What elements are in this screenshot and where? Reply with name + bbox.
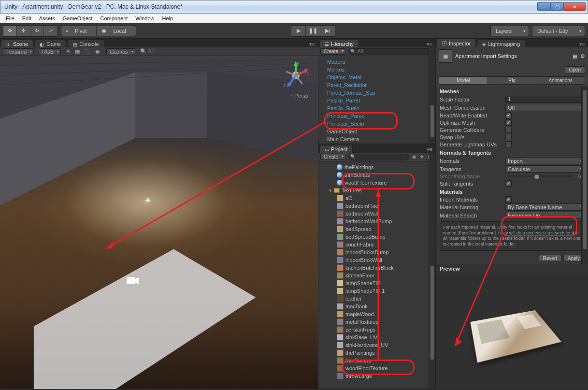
project-texture-item[interactable]: sinkHardware_UV — [318, 341, 435, 349]
tab-lightmapping[interactable]: ◈ Lightmapping — [477, 40, 525, 47]
menu-help[interactable]: Help — [158, 14, 177, 22]
hierarchy-item[interactable]: GameObject — [318, 128, 435, 135]
menu-component[interactable]: Component — [96, 14, 131, 22]
project-material-item[interactable]: trimBumps — [318, 171, 435, 179]
hierarchy-scrollbar[interactable] — [429, 47, 435, 144]
local-toggle[interactable]: ◉ Local — [96, 26, 135, 36]
hierarchy-item[interactable]: Principal_Pared — [318, 112, 435, 120]
tab-console[interactable]: ▤Console — [67, 40, 104, 47]
hierarchy-create-dropdown[interactable]: Create — [320, 48, 345, 55]
gizmos-dropdown[interactable]: Gizmos — [106, 48, 135, 55]
project-texture-item[interactable]: bathroomWall — [318, 210, 435, 217]
hierarchy-item[interactable]: Main Camera — [318, 135, 435, 143]
project-texture-item[interactable]: bedSpreadBump — [318, 233, 435, 241]
step-button[interactable]: ▶| — [320, 26, 335, 36]
pivot-toggle[interactable]: ▪ Pivot — [61, 26, 96, 36]
project-texture-item[interactable]: throwLarge — [318, 372, 435, 380]
scene-toggle-icons[interactable]: ☀ ▦ ⬛ ◉ — [66, 48, 101, 55]
menu-window[interactable]: Window — [131, 14, 158, 22]
model-tab[interactable]: Model — [439, 76, 488, 85]
project-texture-item[interactable]: woodFloorTexture — [318, 364, 435, 372]
tab-scene[interactable]: ⌗Scene — [1, 40, 33, 47]
project-search[interactable] — [348, 154, 409, 160]
window-maximize-button[interactable]: ▢ — [550, 2, 564, 11]
camera-gizmo-icon[interactable] — [127, 276, 139, 286]
hierarchy-item[interactable]: Marcos — [318, 66, 435, 73]
generate-colliders-checkbox[interactable] — [505, 127, 512, 133]
readwrite-checkbox[interactable]: ✔ — [505, 112, 512, 118]
project-texture-item[interactable]: indoorBrickWall — [318, 256, 435, 264]
project-material-item[interactable]: thePaintings — [318, 163, 435, 171]
material-search-dropdown[interactable]: Recursive-Up — [505, 212, 584, 219]
project-texture-item[interactable]: indoorBricksBump — [318, 248, 435, 256]
hierarchy-search[interactable]: All — [348, 48, 433, 55]
tangents-dropdown[interactable]: Calculate — [505, 165, 584, 173]
project-texture-item[interactable]: mapleWood — [318, 310, 435, 318]
project-texture-item[interactable]: bathroomWallBump — [318, 217, 435, 225]
project-texture-item[interactable]: bathroomFloor — [318, 202, 435, 210]
preview-header[interactable]: Preview — [436, 264, 588, 274]
project-folder-textures[interactable]: ▾Textures — [318, 187, 435, 194]
menu-file[interactable]: File — [2, 14, 18, 22]
window-close-button[interactable]: ✕ — [563, 2, 586, 11]
project-options-icon[interactable]: ▾≡ — [424, 146, 435, 153]
inspector-options-icon[interactable]: ▾≡ — [576, 41, 588, 47]
projection-label[interactable]: ≡ Persp — [290, 93, 308, 99]
project-texture-item[interactable]: metalTextures — [318, 318, 435, 326]
preview-viewport[interactable] — [436, 274, 588, 389]
project-texture-item[interactable]: lampShadeTIF — [318, 279, 435, 287]
project-texture-item[interactable]: persianRugs — [318, 326, 435, 333]
move-tool[interactable]: ✢ — [17, 26, 30, 36]
hierarchy-item[interactable]: Point light — [318, 143, 435, 144]
help-icon[interactable]: ▦ — [573, 53, 577, 59]
tab-hierarchy[interactable]: ☰ Hierarchy — [319, 40, 359, 47]
rig-tab[interactable]: Rig — [488, 76, 537, 85]
render-mode-dropdown[interactable]: RGB — [39, 48, 61, 55]
tab-game[interactable]: ◐Game — [34, 40, 66, 47]
open-button[interactable]: Open — [565, 66, 585, 73]
inspector-scrollbar[interactable] — [581, 87, 588, 264]
layout-dropdown[interactable]: Default - Edy — [532, 26, 585, 36]
project-texture-item[interactable]: kitchenFloor — [318, 272, 435, 279]
hierarchy-item[interactable]: Objetos_Metal — [318, 73, 435, 81]
menu-gameobject[interactable]: GameObject — [59, 14, 97, 22]
draw-mode-dropdown[interactable]: Textured — [3, 48, 34, 55]
rotate-tool[interactable]: ↻ — [30, 26, 44, 36]
optimize-mesh-checkbox[interactable]: ✔ — [505, 119, 512, 126]
hierarchy-item[interactable]: Pasillo_Pared — [318, 97, 435, 104]
hand-tool[interactable]: ✥ — [3, 26, 17, 36]
layers-dropdown[interactable]: Layers — [490, 26, 529, 36]
pause-button[interactable]: ❚❚ — [306, 26, 320, 36]
hierarchy-options-icon[interactable]: ▾≡ — [424, 41, 435, 47]
hierarchy-item[interactable]: Madera — [318, 58, 435, 66]
menu-edit[interactable]: Edit — [18, 14, 35, 22]
project-texture-item[interactable]: kitchenButcherBlock — [318, 264, 435, 272]
tab-options-icon[interactable]: ▾≡ — [306, 41, 318, 47]
settings-gear-icon[interactable]: ⚙ — [580, 53, 585, 59]
animations-tab[interactable]: Animations — [536, 76, 585, 85]
mesh-compression-dropdown[interactable]: Off — [505, 104, 584, 111]
revert-button[interactable]: Revert — [539, 255, 561, 262]
tab-inspector[interactable]: ⓘ Inspector — [437, 39, 476, 47]
project-texture-item[interactable]: macBook — [318, 303, 435, 310]
hierarchy-item[interactable]: Pared_Recibidor — [318, 81, 435, 89]
hierarchy-item[interactable]: Principal_Suelo — [318, 120, 435, 128]
project-scrollbar[interactable] — [429, 153, 435, 389]
view-gizmo[interactable]: y x z — [280, 60, 311, 91]
tab-project[interactable]: ▭ Project — [319, 145, 353, 153]
project-texture-item[interactable]: trimBumps — [318, 357, 435, 364]
light-gizmo-icon[interactable]: ☀ — [144, 195, 152, 206]
material-naming-dropdown[interactable]: By Base Texture Name — [505, 203, 584, 211]
project-texture-item[interactable]: leather — [318, 295, 435, 303]
project-material-item[interactable]: woodFloorTexture — [318, 179, 435, 187]
split-tangents-checkbox[interactable]: ✔ — [505, 180, 512, 187]
hierarchy-item[interactable]: Pared_Remate_Sup — [318, 89, 435, 97]
project-texture-item[interactable]: bedSpread — [318, 225, 435, 233]
project-texture-item[interactable]: aO — [318, 194, 435, 202]
project-texture-item[interactable]: couchFabric — [318, 241, 435, 248]
scale-factor-field[interactable]: 1 — [505, 96, 584, 103]
swap-uvs-checkbox[interactable] — [505, 134, 512, 140]
scale-tool[interactable]: ⤢ — [44, 26, 57, 36]
hierarchy-item[interactable]: Pasillo_Suelo — [318, 104, 435, 112]
scene-viewport[interactable]: y x z ≡ Persp ☀ — [0, 56, 318, 389]
